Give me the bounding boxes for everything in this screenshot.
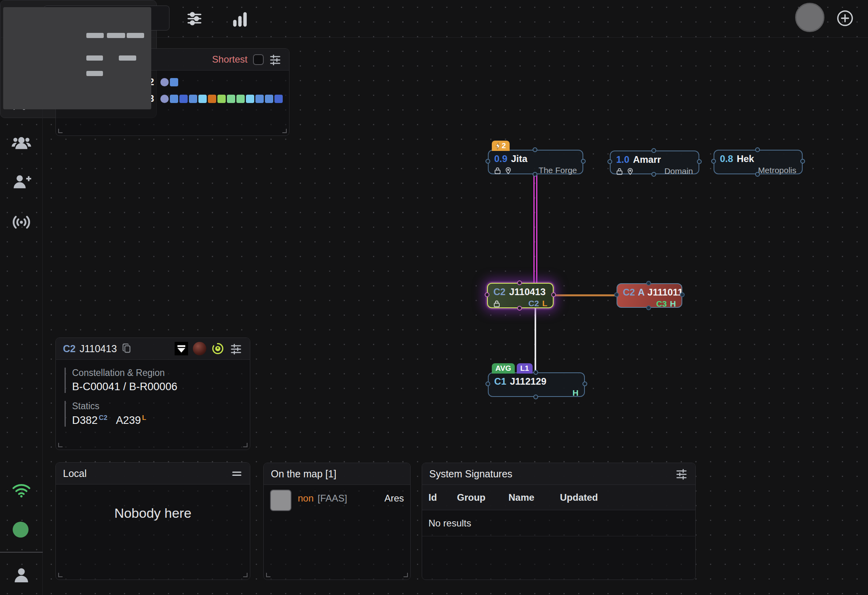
handle-right[interactable]	[551, 292, 556, 297]
resize-handle[interactable]	[58, 573, 63, 577]
user-icon[interactable]	[0, 564, 43, 586]
handle-bottom[interactable]	[646, 305, 651, 310]
system-name: J110413	[80, 343, 117, 355]
local-panel: Local Nobody here	[55, 462, 250, 580]
sidebar	[0, 38, 43, 595]
static-code: D382	[72, 414, 98, 426]
handle-right[interactable]	[800, 159, 805, 164]
signatures-table-header: Id Group Name Updated	[422, 485, 695, 510]
resize-handle[interactable]	[404, 573, 408, 577]
resize-handle[interactable]	[58, 129, 63, 133]
constellation-region-section: Constellation & Region B-C00041 / B-R000…	[65, 368, 250, 393]
connection-j110413-j111011[interactable]	[554, 294, 617, 296]
node-hek[interactable]: 0.8Hek Metropolis	[714, 150, 803, 174]
on-the-map-panel: On the map [1] non [FAAS] Ares	[263, 463, 411, 580]
minimap-viewport[interactable]	[3, 7, 151, 109]
corp-ticker: [FAAS]	[318, 493, 347, 504]
handle-top[interactable]	[651, 148, 656, 153]
statics-value: D382C2 A239L	[72, 414, 250, 427]
pilot-portrait	[270, 490, 291, 511]
handle-right[interactable]	[581, 159, 586, 164]
info-settings-icon[interactable]	[229, 342, 243, 355]
handle-bottom[interactable]	[533, 172, 537, 177]
handle-bottom[interactable]	[533, 395, 538, 399]
col-id[interactable]: Id	[428, 492, 457, 503]
handle-left[interactable]	[485, 159, 490, 164]
local-title: Local	[63, 468, 87, 479]
filter-sliders-icon[interactable]	[185, 10, 204, 28]
statics-section: Statics D382C2 A239L	[65, 401, 250, 427]
observatory-icon[interactable]	[211, 342, 225, 355]
minimap-panel[interactable]	[0, 0, 157, 118]
handle-right[interactable]	[680, 292, 685, 297]
stats-icon[interactable]	[230, 9, 250, 29]
collapse-icon[interactable]	[231, 467, 243, 479]
characters-icon[interactable]	[0, 132, 43, 154]
minimap-node	[127, 33, 144, 38]
static-effect: L	[542, 299, 547, 308]
sidebar-divider	[0, 552, 43, 553]
handle-right[interactable]	[582, 381, 587, 386]
node-amarr[interactable]: 1.0Amarr Domain	[610, 151, 699, 174]
routes-settings-icon[interactable]	[268, 53, 282, 66]
add-icon[interactable]	[835, 8, 855, 29]
node-j112129[interactable]: AVG L1 C1J112129 H	[488, 372, 585, 397]
handle-top[interactable]	[755, 147, 760, 152]
copy-icon[interactable]	[122, 343, 132, 354]
system-name: Jita	[511, 153, 527, 164]
resize-handle[interactable]	[243, 443, 247, 447]
resize-handle[interactable]	[266, 573, 270, 577]
handle-top[interactable]	[646, 281, 651, 286]
handle-left[interactable]	[485, 292, 489, 297]
handle-top[interactable]	[517, 280, 522, 285]
col-updated[interactable]: Updated	[560, 492, 619, 503]
static-effect: L	[142, 414, 146, 421]
resize-handle[interactable]	[282, 129, 287, 133]
col-name[interactable]: Name	[508, 492, 560, 503]
system-signatures-panel: System Signatures Id Group Name Updated …	[422, 463, 696, 580]
shortest-checkbox[interactable]	[253, 54, 264, 65]
avg-badge: AVG	[492, 363, 515, 374]
add-character-icon[interactable]	[0, 172, 43, 192]
region-name: Domain	[664, 166, 693, 176]
connection-j110413-j112129[interactable]	[535, 308, 536, 372]
signatures-settings-icon[interactable]	[675, 467, 688, 481]
effect: H	[573, 388, 579, 398]
system-name: Amarr	[633, 154, 661, 165]
security-status: 0.8	[720, 153, 733, 164]
resize-handle[interactable]	[243, 573, 247, 577]
connection-icon	[0, 480, 43, 501]
constellation-region-label: Constellation & Region	[72, 368, 250, 378]
static-code: A239	[116, 414, 141, 426]
connection-jita-j110413[interactable]	[533, 175, 537, 283]
broadcast-icon[interactable]	[0, 211, 43, 233]
static-class: C2	[99, 414, 108, 421]
handle-top[interactable]	[533, 370, 538, 375]
node-j111011[interactable]: C2AJ111011 C3H	[617, 283, 682, 308]
handle-left[interactable]	[485, 381, 490, 386]
pilot-row[interactable]: non [FAAS] Ares	[264, 485, 410, 516]
handle-left[interactable]	[614, 292, 619, 297]
resize-handle[interactable]	[58, 443, 63, 447]
region-name: The Forge	[539, 166, 577, 175]
security-status: 1.0	[616, 154, 629, 165]
user-avatar[interactable]	[795, 3, 824, 32]
local-empty-text: Nobody here	[56, 505, 250, 521]
handle-top[interactable]	[533, 147, 537, 152]
handle-left[interactable]	[711, 159, 716, 164]
node-j110413-selected[interactable]: C2J110413 C2L	[487, 283, 554, 308]
handle-right[interactable]	[697, 159, 702, 164]
lock-icon	[493, 300, 500, 307]
handle-left[interactable]	[607, 159, 612, 164]
col-group[interactable]: Group	[457, 492, 508, 503]
sov-icon[interactable]	[175, 342, 188, 355]
static-class: C2	[528, 299, 539, 308]
planet-thumbnail[interactable]	[193, 342, 206, 355]
system-class: C2	[63, 343, 76, 355]
handle-bottom[interactable]	[517, 306, 522, 311]
wormhole-class: C2	[623, 287, 635, 298]
handle-bottom[interactable]	[755, 172, 760, 177]
handle-bottom[interactable]	[651, 172, 656, 177]
location-icon	[627, 168, 634, 175]
node-jita[interactable]: 2 0.9Jita The Forge	[488, 150, 583, 174]
